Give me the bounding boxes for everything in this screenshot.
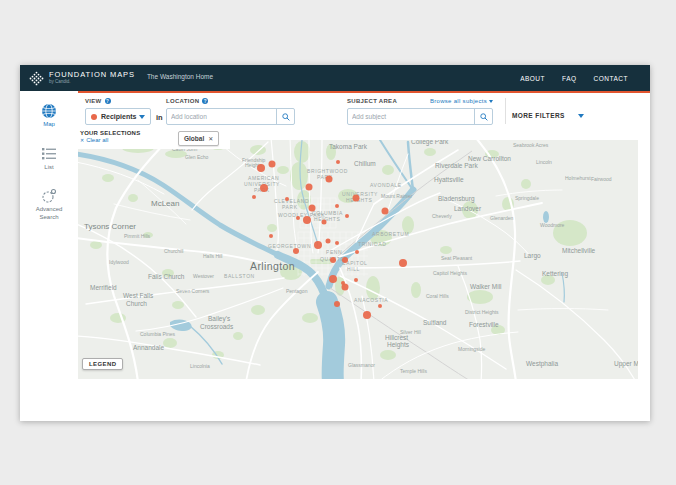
subject-label: SUBJECT AREA bbox=[347, 98, 397, 104]
map-dot[interactable] bbox=[269, 234, 273, 238]
map-dot[interactable] bbox=[342, 257, 348, 263]
location-label: LOCATION ? bbox=[166, 97, 295, 105]
map-dot[interactable] bbox=[336, 160, 340, 164]
map-label: Takoma Park bbox=[329, 143, 368, 150]
more-filters-button[interactable]: MORE FILTERS bbox=[512, 112, 584, 119]
main-panel: VIEW ? Recipients in LOCATION ? bbox=[78, 91, 650, 421]
help-icon[interactable]: ? bbox=[202, 98, 208, 104]
map-label: Idylwood bbox=[109, 259, 129, 265]
map-dot[interactable] bbox=[378, 304, 382, 308]
map-dot[interactable] bbox=[354, 278, 358, 282]
map-dot[interactable] bbox=[326, 239, 331, 244]
chevron-down-icon bbox=[489, 100, 493, 103]
map-label: Glassmanor bbox=[348, 362, 375, 368]
map-label: Arlington bbox=[250, 260, 295, 272]
clear-icon: ✕ bbox=[80, 137, 84, 143]
map-dot[interactable] bbox=[330, 257, 336, 263]
map-label: Mount Rainier bbox=[381, 193, 412, 199]
map-dot[interactable] bbox=[306, 184, 313, 191]
map-label: Heights bbox=[387, 341, 410, 349]
browse-all-subjects-link[interactable]: Browse all subjects bbox=[430, 98, 493, 104]
map-dot[interactable] bbox=[309, 205, 316, 212]
location-input[interactable] bbox=[167, 113, 276, 120]
map-label: Bailey's bbox=[208, 315, 231, 323]
map-dot[interactable] bbox=[296, 216, 300, 220]
sidebar-item-advanced-search[interactable]: Advanced Search bbox=[27, 188, 71, 221]
map-dot[interactable] bbox=[322, 220, 327, 225]
map-dot[interactable] bbox=[260, 184, 268, 192]
map-dot[interactable] bbox=[342, 284, 349, 291]
map-dot[interactable] bbox=[329, 275, 337, 283]
map-dot[interactable] bbox=[252, 195, 256, 199]
map-dot[interactable] bbox=[314, 241, 322, 249]
legend-button[interactable]: LEGEND bbox=[82, 358, 123, 370]
conjunction-label: in bbox=[156, 113, 163, 122]
brand-subtitle: by Candid. bbox=[49, 80, 135, 85]
help-icon[interactable]: ? bbox=[105, 98, 111, 104]
map-dot[interactable] bbox=[303, 216, 311, 224]
subject-control bbox=[347, 108, 493, 125]
map-label: District Heights bbox=[465, 309, 499, 315]
recipients-dot-icon bbox=[91, 114, 97, 120]
map-label: Seat Pleasant bbox=[441, 255, 473, 261]
map-label: Lincoln bbox=[536, 159, 552, 165]
map-container[interactable]: YOUR SELECTIONS ✕ Clear all Global ✕ bbox=[78, 140, 638, 379]
map-label: Seven Corners bbox=[176, 288, 210, 294]
map-label: Woodmore bbox=[540, 222, 565, 228]
map-label: Tysons Corner bbox=[84, 222, 136, 231]
nav-about[interactable]: ABOUT bbox=[520, 75, 545, 82]
your-selections-panel: YOUR SELECTIONS ✕ Clear all Global ✕ bbox=[78, 129, 230, 149]
filter-divider bbox=[505, 98, 506, 124]
app-header: FOUNDATION MAPS by Candid. The Washingto… bbox=[20, 65, 650, 91]
location-filter-group: LOCATION ? bbox=[166, 97, 295, 125]
sidebar-item-list[interactable]: List bbox=[27, 146, 71, 172]
map-dot[interactable] bbox=[285, 197, 289, 201]
map-dot[interactable] bbox=[382, 208, 389, 215]
map-label: Holmehurst bbox=[565, 175, 591, 181]
view-select[interactable]: Recipients bbox=[85, 108, 151, 125]
view-label: VIEW ? bbox=[85, 97, 151, 105]
map-label: Lincolnia bbox=[190, 363, 210, 369]
map-label: Temple Hills bbox=[400, 368, 427, 374]
map-label: Morningside bbox=[458, 346, 485, 352]
subject-label-row: SUBJECT AREA Browse all subjects bbox=[347, 97, 493, 105]
map-dot[interactable] bbox=[335, 241, 339, 245]
map-dot[interactable] bbox=[345, 214, 349, 218]
map-dot[interactable] bbox=[334, 301, 340, 307]
map-dot[interactable] bbox=[363, 311, 371, 319]
subject-input[interactable] bbox=[348, 113, 474, 120]
map-dot[interactable] bbox=[269, 161, 276, 168]
map-label: Church bbox=[126, 300, 147, 307]
map-label: ARBORETUM bbox=[372, 231, 409, 237]
map-label: Hyattsville bbox=[434, 176, 464, 184]
map-label: PARK bbox=[282, 204, 298, 210]
sidebar-item-map[interactable]: Map bbox=[27, 103, 71, 129]
brand[interactable]: FOUNDATION MAPS by Candid. bbox=[29, 71, 135, 86]
map-label: PENN bbox=[326, 249, 342, 255]
chevron-down-icon bbox=[578, 114, 584, 118]
filter-bar: VIEW ? Recipients in LOCATION ? bbox=[78, 91, 650, 129]
map-dot[interactable] bbox=[293, 248, 299, 254]
map-dot[interactable] bbox=[257, 164, 265, 172]
map-dot[interactable] bbox=[326, 176, 333, 183]
map-dot[interactable] bbox=[353, 195, 360, 202]
map-label: AVONDALE bbox=[370, 182, 402, 188]
map-dot[interactable] bbox=[355, 250, 359, 254]
map-label: Chillum bbox=[354, 160, 376, 167]
map-label: Seabrook Acres bbox=[513, 142, 549, 148]
sidebar-item-label: Map bbox=[27, 121, 71, 129]
subject-search-button[interactable] bbox=[474, 109, 492, 124]
map-label: West Falls bbox=[123, 292, 154, 299]
map-dot[interactable] bbox=[335, 204, 339, 208]
map-label: Glenarden bbox=[490, 215, 514, 221]
chip-remove-icon[interactable]: ✕ bbox=[208, 135, 213, 142]
map-label: TRINIDAD bbox=[358, 241, 386, 247]
map-svg[interactable]: Cabin JohnGlen EchoTakoma ParkCollege Pa… bbox=[78, 140, 638, 379]
map-dot[interactable] bbox=[399, 259, 407, 267]
nav-faq[interactable]: FAQ bbox=[562, 75, 577, 82]
selection-chip-global[interactable]: Global ✕ bbox=[178, 131, 219, 146]
location-search-button[interactable] bbox=[276, 109, 294, 124]
top-nav: ABOUT FAQ CONTACT bbox=[520, 75, 628, 82]
nav-contact[interactable]: CONTACT bbox=[594, 75, 628, 82]
map-label: Riverdale Park bbox=[435, 162, 478, 169]
